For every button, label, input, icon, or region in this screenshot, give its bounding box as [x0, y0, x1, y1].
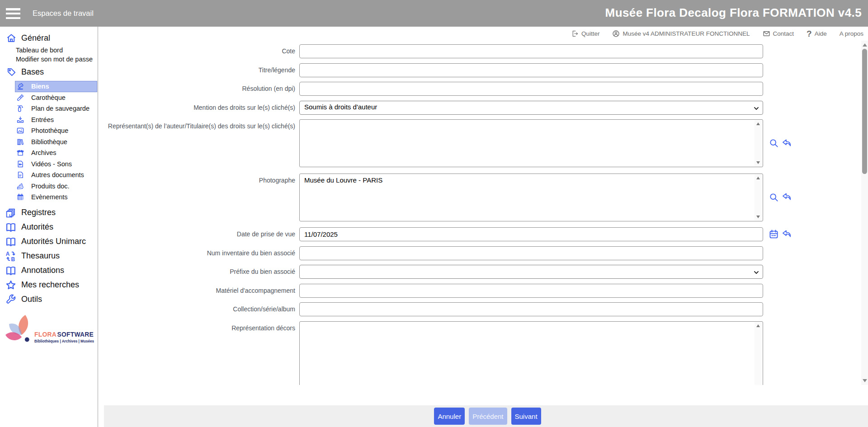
textarea-scroll-up-icon[interactable]: [756, 177, 760, 179]
search-icon[interactable]: [769, 138, 779, 149]
textarea-scroll-down-icon[interactable]: [756, 161, 760, 164]
sidebar-group-bases: BiensCarothèquePlan de sauvegardeEntrées…: [0, 81, 98, 203]
field-label-titre-legende: Titre/légende: [98, 63, 295, 77]
sidebar-item-label: Evènements: [31, 193, 68, 201]
sidebar-item-autorites-unimarc[interactable]: Autorités Unimarc: [0, 235, 98, 249]
toolbar-link-apropos[interactable]: A propos: [840, 30, 863, 37]
home-icon: [6, 33, 17, 43]
toolbar-link-contact[interactable]: Contact: [763, 30, 794, 38]
num-inventaire-input[interactable]: [299, 246, 763, 260]
date-prise-vue-input[interactable]: [299, 227, 763, 241]
form-row-date-prise-vue: Date de prise de vue: [98, 227, 868, 241]
sidebar-item-label: Registres: [21, 208, 56, 217]
toolbar-link-label: Aide: [815, 30, 827, 37]
undo-icon[interactable]: [782, 138, 792, 149]
user-circle-icon: [612, 30, 620, 38]
materiel-accompagnement-input[interactable]: [299, 284, 763, 298]
sidebar-item-biens[interactable]: Biens: [0, 81, 98, 92]
open-box-icon: [16, 149, 24, 157]
textarea-scroll-up-icon[interactable]: [756, 122, 760, 125]
sidebar-item-label: Annotations: [21, 266, 64, 275]
form-viewport: CoteTitre/légendeRésolution (en dpi)Ment…: [98, 41, 868, 385]
field-box-date-prise-vue: [299, 227, 763, 241]
undo-icon[interactable]: [782, 229, 792, 239]
cote-input[interactable]: [299, 44, 763, 58]
sidebar-item-carotheque[interactable]: Carothèque: [0, 92, 98, 103]
sidebar-item-outils[interactable]: Outils: [0, 292, 98, 307]
resolution-dpi-input[interactable]: [299, 82, 763, 96]
field-label-mention-droits: Mention des droits sur le(s) cliché(s): [98, 101, 295, 115]
inbox-download-icon: [16, 116, 24, 124]
calendar-icon[interactable]: [769, 229, 779, 239]
suivant-button[interactable]: Suivant: [511, 408, 541, 425]
sidebar-item-label: Outils: [21, 295, 42, 304]
field-box-materiel-accompagnement: [299, 284, 763, 298]
sidebar-item-modifier-mot-de-passe[interactable]: Modifier son mot de passe: [0, 55, 98, 64]
form-row-cote: Cote: [98, 44, 868, 58]
sidebar-item-label: Produits doc.: [31, 183, 70, 190]
sidebar-item-bibliotheque[interactable]: Bibliothèque: [0, 136, 98, 148]
chevron-down-icon: [753, 105, 760, 112]
sidebar-item-evenements[interactable]: Evènements: [0, 192, 98, 203]
envelope-icon: [763, 30, 770, 38]
sidebar-section-bases[interactable]: Bases: [0, 66, 98, 78]
field-box-representation-decors: [299, 321, 763, 385]
wrench-icon: [5, 294, 17, 305]
collection-serie-album-input[interactable]: [299, 302, 763, 316]
sidebar-item-plan-de-sauvegarde[interactable]: Plan de sauvegarde: [0, 103, 98, 114]
textarea-scrollbar[interactable]: [755, 174, 762, 221]
extinguisher-icon: [16, 104, 24, 113]
core-sample-icon: [16, 94, 24, 102]
textarea-scroll-down-icon[interactable]: [756, 216, 760, 218]
scrollbar-thumb[interactable]: [862, 49, 867, 174]
field-box-resolution-dpi: [299, 82, 763, 96]
prefixe-bien-select[interactable]: [299, 265, 763, 279]
sidebar-item-phototheque[interactable]: Photothèque: [0, 125, 98, 136]
select-value: Soumis à droits d'auteur: [304, 103, 377, 111]
sidebar-item-mes-recherches[interactable]: Mes recherches: [0, 278, 98, 292]
toolbar-link-quitter[interactable]: Quitter: [571, 30, 600, 38]
sidebar-group-modules: RegistresAutoritésAutorités UnimarcABThe…: [0, 206, 98, 307]
menu-icon[interactable]: [6, 8, 20, 19]
field-actions-date-prise-vue: [769, 227, 792, 241]
footer-action-bar: AnnulerPrécédentSuivant: [104, 405, 868, 427]
sidebar-item-label: Bibliothèque: [31, 138, 67, 145]
sidebar-item-label: Carothèque: [31, 94, 66, 101]
sidebar-item-tableau-de-bord[interactable]: Tableau de bord: [0, 46, 98, 55]
representation-decors-textarea[interactable]: [299, 321, 763, 385]
sidebar-item-thesaurus[interactable]: ABThesaurus: [0, 249, 98, 263]
sidebar-item-entrees[interactable]: Entrées: [0, 114, 98, 126]
sidebar-item-label: Photothèque: [31, 127, 68, 134]
books-icon: [16, 138, 24, 146]
textarea-scrollbar[interactable]: [755, 120, 762, 166]
undo-icon[interactable]: [782, 192, 792, 202]
sidebar-item-label: Autorités Unimarc: [21, 237, 86, 246]
sidebar-item-registres[interactable]: Registres: [0, 206, 98, 220]
sidebar-item-videos-sons[interactable]: Vidéos - Sons: [0, 159, 98, 170]
textarea-scrollbar[interactable]: [755, 322, 762, 385]
sidebar-item-autorites[interactable]: Autorités: [0, 220, 98, 235]
sidebar-item-label: Mes recherches: [21, 280, 79, 290]
search-icon[interactable]: [769, 192, 779, 202]
window-scrollbar[interactable]: [861, 41, 868, 385]
toolbar-link-aide[interactable]: ?Aide: [807, 29, 827, 39]
toolbar-link-label: Contact: [773, 30, 794, 37]
representant-auteur-textarea[interactable]: [299, 119, 763, 167]
scrollbar-up-arrow-icon[interactable]: [863, 43, 867, 47]
textarea-scroll-up-icon[interactable]: [756, 324, 760, 327]
annuler-button[interactable]: Annuler: [434, 408, 465, 425]
sidebar-item-produits-doc[interactable]: Produits doc.: [0, 181, 98, 192]
sidebar-item-autres-documents[interactable]: Autres documents: [0, 169, 98, 181]
form-row-photographe: PhotographeMusée du Louvre - PARIS: [98, 174, 868, 221]
top-links-bar: QuitterMusée v4 ADMINISTRATEUR FONCTIONN…: [98, 27, 868, 41]
toolbar-link-user[interactable]: Musée v4 ADMINISTRATEUR FONCTIONNEL: [612, 30, 750, 38]
sidebar-item-archives[interactable]: Archives: [0, 147, 98, 159]
photographe-textarea[interactable]: Musée du Louvre - PARIS: [299, 174, 763, 221]
svg-text:B: B: [11, 256, 15, 262]
sidebar-section-general[interactable]: Général: [0, 32, 98, 44]
scrollbar-down-arrow-icon[interactable]: [863, 379, 867, 382]
precedent-button[interactable]: Précédent: [469, 408, 507, 425]
mention-droits-select[interactable]: Soumis à droits d'auteur: [299, 101, 763, 115]
sidebar-item-annotations[interactable]: Annotations: [0, 263, 98, 278]
titre-legende-input[interactable]: [299, 63, 763, 77]
